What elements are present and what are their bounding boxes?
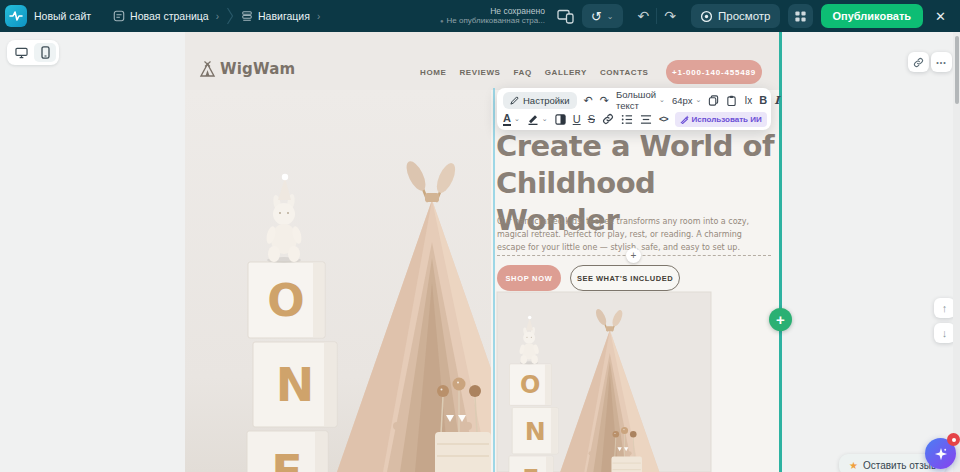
layers-icon [241, 10, 253, 22]
preview-label: Просмотр [718, 10, 771, 22]
eye-icon [700, 10, 713, 23]
chevron-down-icon: ⌄ [659, 96, 665, 104]
settings-button[interactable]: Настройки [503, 92, 577, 109]
text-editor-toolbar: Настройки ↶ ↷ Большой текст ⌄ 64px ⌄ [497, 88, 771, 130]
arrow-down-icon: ↓ [942, 327, 948, 339]
see-whats-included-button[interactable]: SEE WHAT'S INCLUDED [570, 265, 680, 291]
code-button[interactable]: <> [659, 114, 668, 124]
link-icon [913, 57, 924, 68]
nav-link-reviews[interactable]: REVIEWS [459, 68, 500, 77]
history-button[interactable]: ↺ ⌄ [582, 4, 623, 28]
use-ai-label: Использовать ИИ [692, 115, 762, 124]
responsive-preview-icon[interactable] [557, 8, 574, 24]
site-nav: HOME REVIEWS FAQ GALLERY CONTACTS [420, 68, 649, 77]
hero-heading-line1: Create a World of [496, 128, 786, 165]
link-icon [602, 113, 614, 125]
font-size-dropdown[interactable]: 64px ⌄ [672, 95, 701, 106]
highlight-dropdown[interactable]: ⌄ [527, 113, 548, 125]
unsaved-label: Не сохранено [440, 6, 545, 17]
add-block-button[interactable]: + [769, 308, 792, 331]
settings-label: Настройки [523, 95, 570, 106]
italic-button[interactable]: I [774, 94, 779, 107]
mobile-icon [41, 46, 50, 59]
nav-link-faq[interactable]: FAQ [514, 68, 532, 77]
text-style-value: Большой текст [616, 89, 656, 111]
font-color-dropdown[interactable]: A ⌄ [503, 113, 520, 126]
scrollbar-thumb[interactable] [955, 36, 960, 104]
paste-button[interactable] [726, 95, 737, 106]
clear-format-button[interactable]: Ix [744, 95, 752, 106]
device-toggle [7, 40, 59, 65]
chevron-down-icon: ⌄ [514, 115, 520, 123]
site-logo-text: WigWam [220, 60, 295, 78]
teepee-logo-icon [199, 61, 216, 77]
preview-button[interactable]: Просмотр [691, 4, 780, 28]
chevron-right-icon[interactable]: › [216, 11, 219, 22]
nav-link-home[interactable]: HOME [420, 68, 446, 77]
nav-link-gallery[interactable]: GALLERY [545, 68, 587, 77]
history-icon: ↺ [591, 9, 602, 24]
nav-link-contacts[interactable]: CONTACTS [600, 68, 649, 77]
breadcrumb-page[interactable]: Новая страница › [113, 10, 219, 22]
arrow-up-icon: ↑ [942, 302, 948, 314]
bold-button[interactable]: B [759, 94, 767, 106]
align-button[interactable] [640, 114, 652, 125]
copy-button[interactable] [708, 95, 719, 106]
close-icon[interactable]: ✕ [931, 9, 950, 24]
use-ai-button[interactable]: Использовать ИИ [675, 112, 767, 127]
fill-toggle-button[interactable] [555, 114, 566, 125]
chevron-down-icon: ⌄ [607, 12, 614, 21]
publish-button[interactable]: Опубликовать [821, 4, 924, 28]
desktop-icon [15, 47, 28, 59]
star-icon: ★ [849, 460, 858, 471]
block-link-button[interactable] [908, 52, 929, 72]
font-color-icon: A [503, 113, 511, 126]
pencil-icon [510, 96, 519, 105]
sparkle-cursor-icon [934, 447, 948, 461]
link-button[interactable] [602, 113, 614, 125]
breadcrumb-separator [98, 7, 106, 25]
block-boundary-line [779, 32, 782, 472]
move-block-up-button[interactable]: ↑ [934, 298, 955, 318]
phone-button[interactable]: +1-000-140-455489 [666, 60, 762, 84]
site-logo[interactable]: WigWam [199, 60, 295, 78]
strikethrough-button[interactable]: S [588, 113, 595, 125]
breadcrumb-site-label: Новый сайт [34, 10, 91, 22]
apps-button[interactable] [788, 4, 813, 28]
undo-button[interactable]: ↶ [631, 8, 657, 24]
more-options-button[interactable]: ••• [931, 52, 952, 72]
font-size-value: 64px [672, 95, 693, 106]
app-logo[interactable] [5, 5, 27, 27]
mobile-view-button[interactable] [34, 43, 56, 62]
notification-badge [947, 433, 960, 446]
underline-button[interactable]: U [573, 113, 581, 125]
marker-icon [527, 113, 539, 125]
chevron-down-icon: ⌄ [696, 96, 702, 104]
text-style-dropdown[interactable]: Большой текст ⌄ [616, 89, 665, 111]
editor-topbar: Новый сайт Новая страница › Навигация › [0, 0, 960, 32]
scrollbar-track[interactable] [953, 32, 960, 472]
breadcrumb-navigation[interactable]: Навигация › [241, 10, 320, 22]
half-fill-icon [555, 114, 566, 125]
editor-canvas: O N E [0, 32, 960, 472]
list-button[interactable] [621, 114, 633, 125]
breadcrumb-site[interactable]: Новый сайт [34, 10, 91, 22]
page-icon [113, 10, 125, 22]
editor-redo-button[interactable]: ↷ [600, 94, 609, 107]
shop-now-button[interactable]: SHOP NOW [497, 265, 561, 291]
breadcrumb-page-label: Новая страница [130, 10, 209, 22]
save-status: Не сохранено ● Не опубликованная стра... [440, 6, 545, 27]
redo-button[interactable]: ↷ [657, 8, 683, 24]
unpublished-label: Не опубликованная стра... [447, 16, 545, 26]
status-dot-icon: ● [440, 18, 444, 26]
move-block-down-button[interactable]: ↓ [934, 323, 955, 343]
chevron-down-icon: ⌄ [542, 115, 548, 123]
grid-apps-icon [794, 10, 807, 23]
breadcrumb-navigation-label: Навигация [258, 10, 310, 22]
editor-undo-button[interactable]: ↶ [584, 94, 593, 107]
selection-guide-line [493, 88, 495, 472]
chevron-right-icon[interactable]: › [317, 11, 320, 22]
desktop-view-button[interactable] [10, 43, 32, 62]
add-block-small-button[interactable]: + [626, 248, 641, 263]
align-center-icon [640, 114, 652, 125]
